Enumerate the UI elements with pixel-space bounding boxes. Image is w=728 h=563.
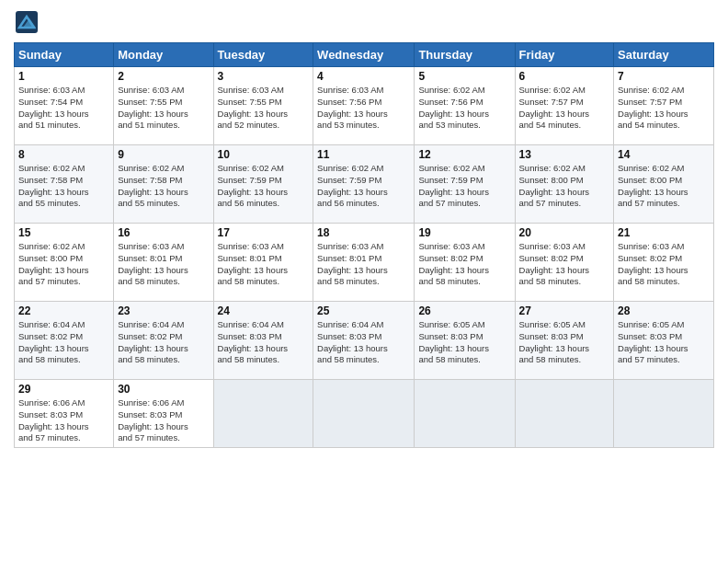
weekday-header-monday: Monday <box>114 43 213 67</box>
weekday-header-thursday: Thursday <box>415 43 515 67</box>
weekday-header-friday: Friday <box>515 43 614 67</box>
header <box>14 9 714 35</box>
day-info: Sunrise: 6:05 AM Sunset: 8:03 PM Dayligh… <box>618 319 710 366</box>
weekday-header-tuesday: Tuesday <box>213 43 313 67</box>
calendar-cell: 20Sunrise: 6:03 AM Sunset: 8:02 PM Dayli… <box>515 224 614 302</box>
day-info: Sunrise: 6:02 AM Sunset: 7:58 PM Dayligh… <box>18 163 109 210</box>
week-row-5: 29Sunrise: 6:06 AM Sunset: 8:03 PM Dayli… <box>15 380 714 448</box>
day-number: 19 <box>418 226 510 239</box>
calendar-cell: 11Sunrise: 6:02 AM Sunset: 7:59 PM Dayli… <box>313 145 415 224</box>
logo-icon <box>14 9 40 35</box>
day-number: 15 <box>18 226 109 239</box>
day-number: 7 <box>618 70 710 83</box>
day-number: 29 <box>18 383 109 396</box>
calendar-cell: 16Sunrise: 6:03 AM Sunset: 8:01 PM Dayli… <box>114 224 213 302</box>
day-info: Sunrise: 6:04 AM Sunset: 8:03 PM Dayligh… <box>218 319 310 366</box>
day-info: Sunrise: 6:02 AM Sunset: 7:58 PM Dayligh… <box>118 163 209 210</box>
calendar-cell: 5Sunrise: 6:02 AM Sunset: 7:56 PM Daylig… <box>415 67 515 145</box>
day-info: Sunrise: 6:06 AM Sunset: 8:03 PM Dayligh… <box>18 397 109 444</box>
day-info: Sunrise: 6:02 AM Sunset: 8:00 PM Dayligh… <box>618 163 710 210</box>
calendar-cell: 28Sunrise: 6:05 AM Sunset: 8:03 PM Dayli… <box>614 302 714 380</box>
day-number: 3 <box>218 70 310 83</box>
day-info: Sunrise: 6:02 AM Sunset: 8:00 PM Dayligh… <box>18 241 109 288</box>
weekday-header-sunday: Sunday <box>15 43 114 67</box>
week-row-4: 22Sunrise: 6:04 AM Sunset: 8:02 PM Dayli… <box>15 302 714 380</box>
day-info: Sunrise: 6:04 AM Sunset: 8:03 PM Dayligh… <box>317 319 410 366</box>
day-number: 6 <box>519 70 610 83</box>
weekday-header-saturday: Saturday <box>614 43 714 67</box>
day-number: 30 <box>118 383 209 396</box>
day-info: Sunrise: 6:03 AM Sunset: 7:55 PM Dayligh… <box>118 85 209 132</box>
day-number: 10 <box>218 148 310 161</box>
weekday-header-wednesday: Wednesday <box>313 43 415 67</box>
calendar-cell: 3Sunrise: 6:03 AM Sunset: 7:55 PM Daylig… <box>213 67 313 145</box>
day-number: 2 <box>118 70 209 83</box>
calendar-cell: 27Sunrise: 6:05 AM Sunset: 8:03 PM Dayli… <box>515 302 614 380</box>
calendar-cell: 24Sunrise: 6:04 AM Sunset: 8:03 PM Dayli… <box>213 302 313 380</box>
day-number: 14 <box>618 148 710 161</box>
calendar-cell: 19Sunrise: 6:03 AM Sunset: 8:02 PM Dayli… <box>415 224 515 302</box>
calendar-cell: 13Sunrise: 6:02 AM Sunset: 8:00 PM Dayli… <box>515 145 614 224</box>
calendar-cell: 18Sunrise: 6:03 AM Sunset: 8:01 PM Dayli… <box>313 224 415 302</box>
week-row-3: 15Sunrise: 6:02 AM Sunset: 8:00 PM Dayli… <box>15 224 714 302</box>
calendar-cell: 30Sunrise: 6:06 AM Sunset: 8:03 PM Dayli… <box>114 380 213 448</box>
calendar-cell: 22Sunrise: 6:04 AM Sunset: 8:02 PM Dayli… <box>15 302 114 380</box>
day-info: Sunrise: 6:03 AM Sunset: 7:54 PM Dayligh… <box>18 85 109 132</box>
day-info: Sunrise: 6:03 AM Sunset: 8:02 PM Dayligh… <box>618 241 710 288</box>
day-number: 22 <box>18 304 109 317</box>
week-row-2: 8Sunrise: 6:02 AM Sunset: 7:58 PM Daylig… <box>15 145 714 224</box>
day-number: 1 <box>18 70 109 83</box>
day-info: Sunrise: 6:03 AM Sunset: 8:01 PM Dayligh… <box>218 241 310 288</box>
calendar-cell: 7Sunrise: 6:02 AM Sunset: 7:57 PM Daylig… <box>614 67 714 145</box>
calendar-cell: 26Sunrise: 6:05 AM Sunset: 8:03 PM Dayli… <box>415 302 515 380</box>
day-number: 20 <box>519 226 610 239</box>
day-number: 27 <box>519 304 610 317</box>
calendar-cell: 21Sunrise: 6:03 AM Sunset: 8:02 PM Dayli… <box>614 224 714 302</box>
calendar-cell <box>614 380 714 448</box>
day-number: 16 <box>118 226 209 239</box>
calendar-table: SundayMondayTuesdayWednesdayThursdayFrid… <box>14 42 714 448</box>
day-number: 28 <box>618 304 710 317</box>
day-number: 25 <box>317 304 410 317</box>
calendar-cell: 29Sunrise: 6:06 AM Sunset: 8:03 PM Dayli… <box>15 380 114 448</box>
calendar-cell <box>313 380 415 448</box>
day-number: 21 <box>618 226 710 239</box>
day-info: Sunrise: 6:03 AM Sunset: 8:01 PM Dayligh… <box>317 241 410 288</box>
calendar-cell: 17Sunrise: 6:03 AM Sunset: 8:01 PM Dayli… <box>213 224 313 302</box>
day-info: Sunrise: 6:06 AM Sunset: 8:03 PM Dayligh… <box>118 397 209 444</box>
day-number: 8 <box>18 148 109 161</box>
day-info: Sunrise: 6:02 AM Sunset: 7:57 PM Dayligh… <box>618 85 710 132</box>
day-number: 17 <box>218 226 310 239</box>
calendar-cell: 12Sunrise: 6:02 AM Sunset: 7:59 PM Dayli… <box>415 145 515 224</box>
day-number: 12 <box>418 148 510 161</box>
day-number: 5 <box>418 70 510 83</box>
logo <box>14 9 43 35</box>
week-row-1: 1Sunrise: 6:03 AM Sunset: 7:54 PM Daylig… <box>15 67 714 145</box>
calendar-cell <box>415 380 515 448</box>
calendar-cell: 25Sunrise: 6:04 AM Sunset: 8:03 PM Dayli… <box>313 302 415 380</box>
calendar-cell: 6Sunrise: 6:02 AM Sunset: 7:57 PM Daylig… <box>515 67 614 145</box>
day-number: 9 <box>118 148 209 161</box>
calendar-cell: 9Sunrise: 6:02 AM Sunset: 7:58 PM Daylig… <box>114 145 213 224</box>
day-number: 26 <box>418 304 510 317</box>
calendar-cell: 15Sunrise: 6:02 AM Sunset: 8:00 PM Dayli… <box>15 224 114 302</box>
calendar-cell: 8Sunrise: 6:02 AM Sunset: 7:58 PM Daylig… <box>15 145 114 224</box>
day-number: 4 <box>317 70 410 83</box>
weekday-header-row: SundayMondayTuesdayWednesdayThursdayFrid… <box>15 43 714 67</box>
day-info: Sunrise: 6:04 AM Sunset: 8:02 PM Dayligh… <box>118 319 209 366</box>
calendar-cell: 14Sunrise: 6:02 AM Sunset: 8:00 PM Dayli… <box>614 145 714 224</box>
day-info: Sunrise: 6:02 AM Sunset: 8:00 PM Dayligh… <box>519 163 610 210</box>
day-info: Sunrise: 6:03 AM Sunset: 7:56 PM Dayligh… <box>317 85 410 132</box>
day-info: Sunrise: 6:03 AM Sunset: 8:01 PM Dayligh… <box>118 241 209 288</box>
calendar-cell: 2Sunrise: 6:03 AM Sunset: 7:55 PM Daylig… <box>114 67 213 145</box>
day-info: Sunrise: 6:05 AM Sunset: 8:03 PM Dayligh… <box>519 319 610 366</box>
day-info: Sunrise: 6:05 AM Sunset: 8:03 PM Dayligh… <box>418 319 510 366</box>
day-info: Sunrise: 6:02 AM Sunset: 7:59 PM Dayligh… <box>418 163 510 210</box>
day-info: Sunrise: 6:02 AM Sunset: 7:59 PM Dayligh… <box>218 163 310 210</box>
day-number: 18 <box>317 226 410 239</box>
page-container: SundayMondayTuesdayWednesdayThursdayFrid… <box>0 0 728 457</box>
day-number: 24 <box>218 304 310 317</box>
day-info: Sunrise: 6:02 AM Sunset: 7:56 PM Dayligh… <box>418 85 510 132</box>
day-info: Sunrise: 6:02 AM Sunset: 7:57 PM Dayligh… <box>519 85 610 132</box>
day-info: Sunrise: 6:03 AM Sunset: 7:55 PM Dayligh… <box>218 85 310 132</box>
